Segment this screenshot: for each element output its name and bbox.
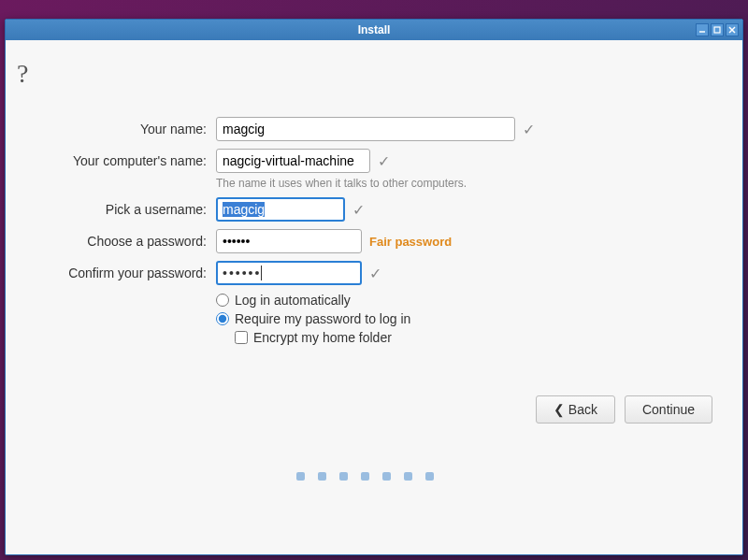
dot [318,472,326,481]
password-input[interactable] [216,229,362,253]
titlebar-buttons [696,23,739,36]
login-auto-radio[interactable] [216,294,229,307]
window-title: Install [358,23,391,36]
install-window: Install ? Your name: ✓ Your computer's n… [5,19,743,555]
encrypt-checkbox[interactable] [235,331,248,344]
username-input[interactable]: magcig [216,197,345,222]
login-auto-option[interactable]: Log in automatically [216,293,714,308]
dot [339,472,348,481]
check-icon: ✓ [369,265,381,282]
name-input[interactable] [216,117,515,141]
password-label: Choose a password: [15,234,216,249]
login-options: Log in automatically Require my password… [216,293,714,345]
help-icon: ? [17,59,714,89]
dot [361,472,369,481]
nav-buttons: ❮ Back Continue [15,395,714,424]
dot [296,472,305,481]
check-icon: ✓ [378,152,390,170]
name-label: Your name: [15,122,216,136]
encrypt-option[interactable]: Encrypt my home folder [235,330,714,345]
confirm-input[interactable]: •••••• [216,261,362,285]
text-cursor [261,266,262,280]
minimize-button[interactable] [696,23,709,36]
username-label: Pick a username: [15,202,216,217]
content-area: ? Your name: ✓ Your computer's name: ✓ T… [6,40,742,554]
computer-input[interactable] [216,149,370,173]
dot [404,472,412,481]
check-icon: ✓ [523,121,535,138]
check-icon: ✓ [352,201,365,219]
user-form: Your name: ✓ Your computer's name: ✓ The… [15,117,714,481]
titlebar: Install [6,20,742,40]
dot [382,472,391,481]
continue-button[interactable]: Continue [625,395,712,424]
svg-rect-1 [714,27,720,33]
computer-label: Your computer's name: [15,153,216,168]
dot [425,472,434,481]
confirm-label: Confirm your password: [15,266,216,280]
maximize-button[interactable] [711,23,724,36]
back-button[interactable]: ❮ Back [536,395,615,424]
login-require-option[interactable]: Require my password to log in [216,311,714,326]
computer-hint: The name it uses when it talks to other … [216,177,714,190]
chevron-left-icon: ❮ [554,402,565,417]
password-strength: Fair password [369,235,452,249]
close-button[interactable] [726,23,739,36]
progress-dots [15,472,714,481]
login-require-radio[interactable] [216,312,229,325]
